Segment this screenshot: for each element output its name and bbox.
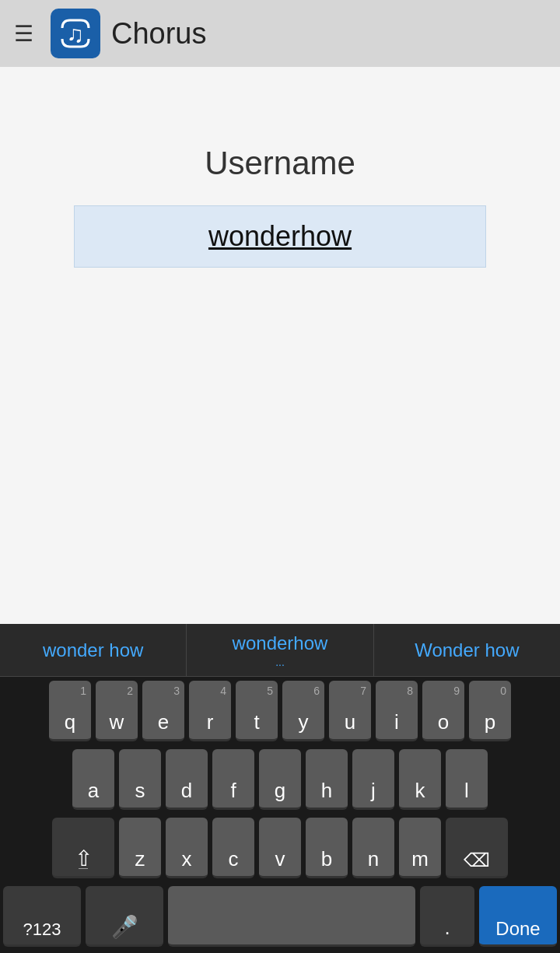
username-label: Username xyxy=(205,145,355,182)
suggestion-0[interactable]: wonder how xyxy=(0,624,187,676)
username-input-container[interactable] xyxy=(74,205,486,268)
key-num-t: 5 xyxy=(267,685,273,697)
key-row-1: 1q 2w 3e 4r 5t 6y 7u 8i 9o 0p xyxy=(0,677,560,745)
suggestion-1[interactable]: wonderhow ... xyxy=(187,624,373,676)
key-n[interactable]: n xyxy=(352,818,394,878)
key-row-3: ⇧ — z x c v b n m ⌫ xyxy=(0,814,560,882)
backspace-key[interactable]: ⌫ xyxy=(446,818,508,878)
key-h[interactable]: h xyxy=(306,749,348,810)
key-m[interactable]: m xyxy=(399,818,441,878)
mic-key[interactable]: 🎤 xyxy=(86,886,163,947)
bottom-row: ?123 🎤 . Done xyxy=(0,882,560,953)
key-x[interactable]: x xyxy=(166,818,208,878)
key-num-w: 2 xyxy=(127,685,133,697)
app-title: Chorus xyxy=(111,17,207,51)
key-p[interactable]: 0p xyxy=(469,681,511,741)
shift-key[interactable]: ⇧ — xyxy=(52,818,114,878)
key-i[interactable]: 8i xyxy=(376,681,418,741)
key-f[interactable]: f xyxy=(212,749,254,810)
key-c[interactable]: c xyxy=(212,818,254,878)
key-r[interactable]: 4r xyxy=(189,681,231,741)
key-o[interactable]: 9o xyxy=(422,681,464,741)
suggestion-2[interactable]: Wonder how xyxy=(374,624,560,676)
key-e[interactable]: 3e xyxy=(142,681,184,741)
done-key[interactable]: Done xyxy=(479,886,557,947)
key-num-q: 1 xyxy=(80,685,86,697)
key-row-2: a s d f g h j k l xyxy=(0,745,560,814)
suggestion-dots-1: ... xyxy=(275,656,285,668)
key-w[interactable]: 2w xyxy=(96,681,138,741)
key-d[interactable]: d xyxy=(166,749,208,810)
key-z[interactable]: z xyxy=(119,818,161,878)
key-s[interactable]: s xyxy=(119,749,161,810)
key-num-u: 7 xyxy=(360,685,366,697)
key-b[interactable]: b xyxy=(306,818,348,878)
space-key[interactable] xyxy=(168,886,415,947)
suggestion-text-2: Wonder how xyxy=(415,639,519,661)
menu-icon[interactable]: ☰ xyxy=(8,18,40,50)
key-g[interactable]: g xyxy=(259,749,301,810)
key-num-i: 8 xyxy=(407,685,413,697)
key-j[interactable]: j xyxy=(352,749,394,810)
suggestions-row: wonder how wonderhow ... Wonder how xyxy=(0,624,560,677)
key-v[interactable]: v xyxy=(259,818,301,878)
key-t[interactable]: 5t xyxy=(236,681,278,741)
key-k[interactable]: k xyxy=(399,749,441,810)
key-a[interactable]: a xyxy=(72,749,114,810)
app-logo: ♫ xyxy=(51,9,100,58)
key-l[interactable]: l xyxy=(446,749,488,810)
key-num-y: 6 xyxy=(313,685,320,697)
key-q[interactable]: 1q xyxy=(49,681,91,741)
key-num-r: 4 xyxy=(220,685,226,697)
period-key[interactable]: . xyxy=(420,886,474,947)
suggestion-text-0: wonder how xyxy=(43,639,143,661)
main-content: Username xyxy=(0,67,560,624)
key-num-p: 0 xyxy=(500,685,506,697)
key-num-o: 9 xyxy=(453,685,460,697)
key-y[interactable]: 6y xyxy=(282,681,324,741)
keyboard: wonder how wonderhow ... Wonder how 1q 2… xyxy=(0,624,560,953)
app-bar: ☰ ♫ Chorus xyxy=(0,0,560,67)
svg-text:♫: ♫ xyxy=(67,21,85,47)
username-input[interactable] xyxy=(90,220,470,253)
numbers-key[interactable]: ?123 xyxy=(3,886,81,947)
suggestion-text-1: wonderhow xyxy=(233,632,328,654)
key-u[interactable]: 7u xyxy=(329,681,371,741)
key-num-e: 3 xyxy=(173,685,180,697)
